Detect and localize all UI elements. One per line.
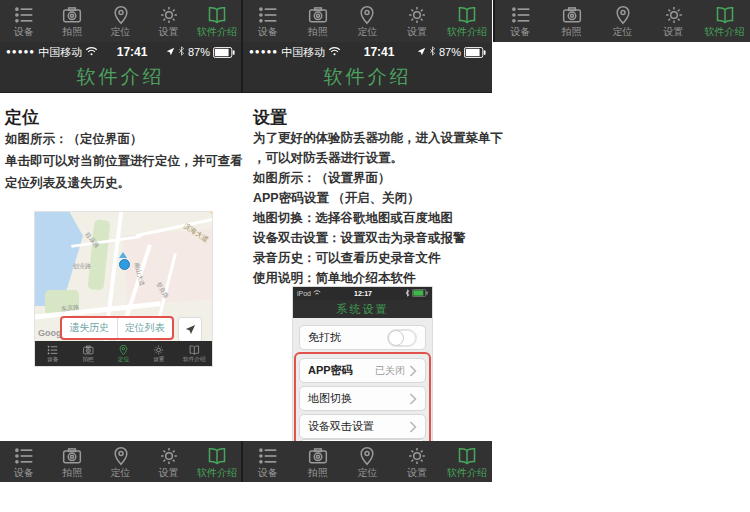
tab-settings[interactable]: 设置 <box>392 441 442 482</box>
tab-device[interactable]: 设备 <box>243 0 293 42</box>
map-button-group-highlight: 遗失历史 定位列表 <box>60 316 174 340</box>
camera-icon <box>62 446 82 466</box>
tab-label-photo: 拍照 <box>82 357 93 363</box>
tab-device[interactable]: 设备 <box>495 0 546 42</box>
tab-label-settings: 设置 <box>159 468 179 478</box>
column-seam <box>241 0 243 42</box>
tab-settings[interactable]: 设置 <box>648 0 699 42</box>
device-list-icon <box>258 5 278 25</box>
tab-about[interactable]: 软件介绍 <box>177 341 212 366</box>
tab-label-about: 软件介绍 <box>197 27 237 37</box>
open-book-icon <box>207 5 227 25</box>
tab-locate[interactable]: 定位 <box>96 0 144 42</box>
map-marker-pointer <box>119 252 127 258</box>
tab-label-locate: 定位 <box>613 27 633 37</box>
tab-label-locate: 定位 <box>111 27 131 37</box>
tab-settings[interactable]: 设置 <box>145 441 193 482</box>
tab-about[interactable]: 软件介绍 <box>193 441 241 482</box>
signal-dots-icon: ●●●●● <box>249 48 278 56</box>
tab-locate[interactable]: 定位 <box>343 0 393 42</box>
tab-device[interactable]: 设备 <box>243 441 293 482</box>
tab-device[interactable]: 设备 <box>0 441 48 482</box>
gear-icon <box>159 5 179 25</box>
location-pin-icon <box>357 5 377 25</box>
tab-about[interactable]: 软件介绍 <box>442 441 492 482</box>
location-pin-icon <box>357 446 377 466</box>
tab-device[interactable]: 设备 <box>35 341 70 366</box>
app-header-middle: ●●●●● 中国移动 17:41 87% 软件介绍 <box>243 42 492 93</box>
dnd-label: 免打扰 <box>308 330 387 345</box>
carrier-label: 中国移动 <box>281 45 325 60</box>
tab-label-locate: 定位 <box>111 468 131 478</box>
map-screenshot: 滨海大道 南山大道 东滨路 创业路 桂庙路 登良路 Google 遗失历史 定位… <box>35 212 212 366</box>
doc-line: APP密码设置 （开启、关闭） <box>253 190 420 207</box>
inner-status-bar: iPod 12:17 <box>293 287 432 300</box>
location-pin-icon <box>111 446 131 466</box>
tab-locate[interactable]: 定位 <box>343 441 393 482</box>
device-list-icon <box>258 446 278 466</box>
double-click-row[interactable]: 设备双击设置 <box>299 414 426 439</box>
tab-photo[interactable]: 拍照 <box>293 0 343 42</box>
open-book-icon <box>457 446 477 466</box>
tab-locate[interactable]: 定位 <box>106 341 141 366</box>
top-tabbar-right: 设备 拍照 定位 设置 软件介绍 <box>495 0 750 42</box>
location-pin-icon <box>613 5 633 25</box>
tab-locate[interactable]: 定位 <box>96 441 144 482</box>
tab-photo[interactable]: 拍照 <box>293 441 343 482</box>
tab-about[interactable]: 软件介绍 <box>193 0 241 42</box>
map-label: 创业路 <box>73 262 91 271</box>
tab-label-device: 设备 <box>258 27 278 37</box>
tab-photo[interactable]: 拍照 <box>70 341 105 366</box>
map-marker <box>119 259 130 270</box>
wifi-icon <box>328 46 341 58</box>
location-arrow-icon <box>417 46 426 58</box>
tab-label-device: 设备 <box>511 27 531 37</box>
doc-line: 录音历史：可以查看历史录音文件 <box>253 250 441 267</box>
map-switch-row[interactable]: 地图切换 <box>299 386 426 411</box>
doc-line: 使用说明：简单地介绍本软件 <box>253 270 416 287</box>
tab-about[interactable]: 软件介绍 <box>442 0 492 42</box>
tab-label-photo: 拍照 <box>62 27 82 37</box>
lost-history-button[interactable]: 遗失历史 <box>62 318 118 338</box>
tab-photo[interactable]: 拍照 <box>48 0 96 42</box>
doc-line: 定位列表及遗失历史。 <box>5 175 130 192</box>
battery-percent: 87% <box>439 46 461 58</box>
tab-settings[interactable]: 设置 <box>145 0 193 42</box>
tab-label-settings: 设置 <box>407 27 427 37</box>
tab-label-device: 设备 <box>14 468 34 478</box>
device-list-icon <box>47 344 58 355</box>
page-title: 软件介绍 <box>0 62 241 92</box>
camera-icon <box>562 5 582 25</box>
tab-about[interactable]: 软件介绍 <box>699 0 750 42</box>
open-book-icon <box>207 446 227 466</box>
dnd-row[interactable]: 免打扰 <box>299 325 426 350</box>
device-list-icon <box>14 446 34 466</box>
tab-settings[interactable]: 设置 <box>141 341 176 366</box>
inner-bluetooth-icon <box>405 289 410 298</box>
tab-photo[interactable]: 拍照 <box>546 0 597 42</box>
map-mini-tabbar-wrap: 设备 拍照 定位 设置 软件介绍 <box>35 341 212 366</box>
column-seam <box>493 0 495 42</box>
battery-icon <box>464 47 486 58</box>
map-canvas[interactable]: 滨海大道 南山大道 东滨路 创业路 桂庙路 登良路 Google 遗失历史 定位… <box>35 212 212 341</box>
tab-label-photo: 拍照 <box>308 468 328 478</box>
tab-photo[interactable]: 拍照 <box>48 441 96 482</box>
doc-line: 设备双击设置：设置双击为录音或报警 <box>253 230 466 247</box>
inner-battery-icon <box>412 289 428 298</box>
tab-locate[interactable]: 定位 <box>597 0 648 42</box>
dnd-toggle[interactable] <box>387 329 417 347</box>
inner-status-time: 12:17 <box>321 290 405 297</box>
camera-icon <box>62 5 82 25</box>
app-password-row[interactable]: APP密码 已关闭 <box>299 358 426 383</box>
tab-device[interactable]: 设备 <box>0 0 48 42</box>
location-list-button[interactable]: 定位列表 <box>118 318 173 338</box>
tab-label-about: 软件介绍 <box>447 468 487 478</box>
device-list-icon <box>14 5 34 25</box>
doc-line: ，可以对防丢器进行设置。 <box>253 150 403 167</box>
tab-settings[interactable]: 设置 <box>392 0 442 42</box>
status-bar: ●●●●● 中国移动 17:41 87% <box>243 42 492 62</box>
app-header-left: ●●●●● 中国移动 17:41 87% 软件介绍 <box>0 42 241 93</box>
locate-me-button[interactable] <box>178 317 202 341</box>
double-click-label: 设备双击设置 <box>308 419 409 434</box>
screenshot-root: 设备 拍照 定位 设置 软件介绍 设备 拍照 定位 设置 软件介绍 设备 <box>0 0 750 512</box>
